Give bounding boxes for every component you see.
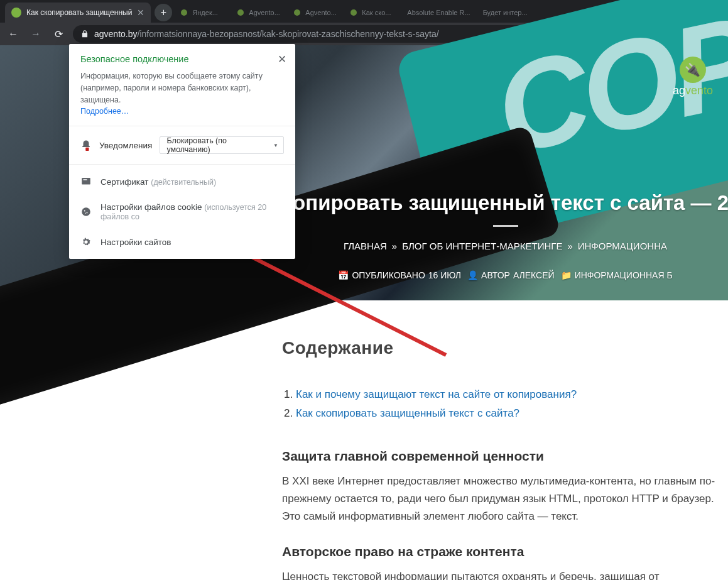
breadcrumb-link[interactable]: ГЛАВНАЯ	[344, 241, 387, 251]
section-heading: Защита главной современной ценности	[282, 449, 728, 464]
article-body: Содержание Как и почему защищают текст н…	[282, 300, 728, 580]
connection-description: Информация, которую вы сообщаете этому с…	[80, 70, 284, 106]
user-icon: 👤	[467, 270, 478, 280]
paragraph: В XXI веке Интернет предоставляет множес…	[282, 473, 728, 525]
toc-link[interactable]: Как и почему защищают текст на сайте от …	[296, 388, 577, 400]
section-heading: Авторское право на страже контента	[282, 544, 728, 559]
browser-tab[interactable]: Agvento...	[288, 3, 344, 23]
browser-tab[interactable]: Absolute Enable R...	[401, 3, 476, 23]
post-meta: 📅ОПУБЛИКОВАНО 16 ИЮЛ 👤АВТОР АЛЕКСЕЙ 📁ИНФ…	[283, 270, 728, 280]
svg-point-5	[87, 212, 88, 214]
site-settings-row[interactable]: Настройки сайтов	[69, 229, 295, 255]
logo-text: agvento	[673, 84, 713, 97]
svg-rect-0	[85, 148, 89, 151]
breadcrumb-link[interactable]: БЛОГ ОБ ИНТЕРНЕТ-МАРКЕТИНГЕ	[402, 241, 562, 251]
cookies-row[interactable]: Настройки файлов cookie (используется 20…	[69, 195, 295, 229]
connection-title: Безопасное подключение	[80, 54, 284, 64]
url-text: agvento.by/informatsionnaya-bezopasnost/…	[94, 29, 439, 39]
title-divider	[493, 225, 518, 227]
browser-tab[interactable]: Будет интер...	[477, 3, 534, 23]
new-tab-button[interactable]: +	[155, 4, 172, 21]
toc-heading: Содержание	[282, 338, 728, 358]
svg-point-3	[82, 208, 90, 217]
back-button[interactable]: ←	[5, 26, 21, 42]
tab-title: Как скопировать защищенный	[26, 8, 132, 17]
favicon-icon	[237, 9, 244, 16]
svg-rect-1	[82, 178, 90, 185]
site-info-popup: ✕ Безопасное подключение Информация, кот…	[69, 44, 295, 259]
reload-button[interactable]: ⟳	[50, 26, 67, 42]
favicon-icon	[294, 9, 300, 16]
browser-tab[interactable]: Яндек...	[175, 3, 231, 23]
permission-label: Уведомления	[99, 141, 152, 150]
close-icon[interactable]: ✕	[275, 50, 289, 68]
learn-more-link[interactable]: Подробнее…	[80, 107, 129, 116]
toc-list: Как и почему защищают текст на сайте от …	[282, 388, 728, 420]
svg-rect-2	[84, 180, 87, 181]
folder-icon: 📁	[561, 270, 572, 280]
leaf-icon	[11, 8, 21, 18]
certificate-row[interactable]: Сертификат (действительный)	[69, 168, 295, 195]
favicon-icon	[181, 9, 187, 16]
favicon-icon	[350, 9, 357, 16]
forward-button[interactable]: →	[28, 26, 44, 42]
plug-icon: 🔌	[680, 57, 706, 83]
breadcrumb-link[interactable]: ИНФОРМАЦИОННА	[578, 241, 667, 251]
browser-tab[interactable]: Как ско...	[344, 3, 401, 23]
svg-point-4	[84, 211, 85, 212]
close-icon[interactable]: ✕	[137, 8, 144, 18]
toc-link[interactable]: Как скопировать защищенный текст с сайта…	[296, 407, 519, 419]
bell-blocked-icon	[80, 140, 92, 151]
browser-tab[interactable]: Agvento...	[231, 3, 288, 23]
gear-icon	[80, 236, 92, 248]
svg-point-6	[85, 213, 87, 214]
certificate-icon	[80, 176, 92, 187]
breadcrumb: ГЛАВНАЯ » БЛОГ ОБ ИНТЕРНЕТ-МАРКЕТИНГЕ » …	[283, 241, 728, 251]
browser-tab-active[interactable]: Как скопировать защищенный ✕	[5, 3, 151, 23]
permission-select[interactable]: Блокировать (по умолчанию)	[160, 136, 284, 154]
cookie-icon	[80, 206, 92, 217]
page-title: копировать защищенный текст с сайта — 2 …	[283, 191, 728, 215]
paragraph: Ценность текстовой информации пытаются о…	[282, 568, 728, 580]
lock-icon[interactable]	[80, 30, 89, 38]
calendar-icon: 📅	[338, 270, 349, 280]
site-logo[interactable]: 🔌 agvento	[673, 57, 713, 97]
